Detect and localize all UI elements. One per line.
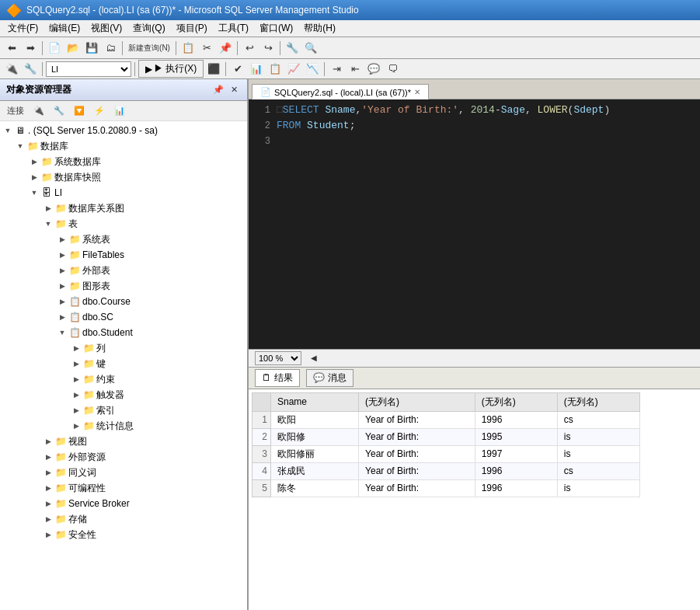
expand-tables[interactable]: ▼: [42, 218, 54, 230]
toolbar-redo-btn[interactable]: ↪: [259, 40, 277, 57]
menu-query[interactable]: 查询(Q): [128, 20, 169, 37]
tree-system-db[interactable]: ▶ 📁 系统数据库: [0, 154, 247, 169]
expand-keys[interactable]: ▶: [70, 357, 82, 370]
tree-filetables[interactable]: ▶ 📁 FileTables: [0, 247, 247, 263]
toolbar-connect-btn[interactable]: 🔌: [3, 61, 20, 78]
expand-storage[interactable]: ▶: [42, 513, 54, 525]
tree-servicebroker[interactable]: ▶ 📁 Service Broker: [0, 496, 247, 511]
expand-triggers[interactable]: ▶: [70, 389, 82, 401]
zoom-selector[interactable]: 100 %: [255, 351, 301, 365]
tree-server[interactable]: ▼ 🖥 . (SQL Server 15.0.2080.9 - sa): [0, 123, 247, 138]
toolbar-filter-btn[interactable]: 🔧: [22, 61, 39, 78]
tab-close-btn[interactable]: ✕: [414, 88, 420, 96]
tree-storage[interactable]: ▶ 📁 存储: [0, 511, 247, 527]
expand-course[interactable]: ▶: [56, 295, 68, 308]
pin-btn[interactable]: 📌: [211, 83, 225, 97]
activity-btn[interactable]: ⚡: [90, 103, 109, 118]
tree-indexes[interactable]: ▶ 📁 索引: [0, 403, 247, 418]
stop-btn[interactable]: ⬛: [205, 61, 222, 78]
expand-filetables[interactable]: ▶: [56, 249, 68, 261]
comment-btn[interactable]: 💬: [365, 61, 382, 78]
tree-columns[interactable]: ▶ 📁 列: [0, 340, 247, 356]
tree-systables[interactable]: ▶ 📁 系统表: [0, 232, 247, 247]
sql-tab[interactable]: 📄 SQLQuery2.sql - (local).LI (sa (67))* …: [252, 84, 429, 99]
tree-sc[interactable]: ▶ 📋 dbo.SC: [0, 309, 247, 325]
tree-constraints[interactable]: ▶ 📁 约束: [0, 371, 247, 387]
tree-triggers[interactable]: ▶ 📁 触发器: [0, 387, 247, 403]
toolbar-copy-btn[interactable]: 📋: [179, 40, 197, 57]
expand-sec[interactable]: ▶: [42, 528, 54, 541]
showplan-btn[interactable]: 📊: [248, 61, 265, 78]
expand-prog[interactable]: ▶: [42, 482, 54, 494]
refresh-btn[interactable]: 🔧: [50, 103, 68, 118]
expand-views[interactable]: ▶: [42, 435, 54, 448]
menu-view[interactable]: 视图(V): [86, 20, 127, 37]
tree-dbdiagram[interactable]: ▶ 📁 数据库关系图: [0, 200, 247, 216]
expand-li[interactable]: ▼: [28, 186, 40, 199]
tree-student[interactable]: ▼ 📋 dbo.Student: [0, 325, 247, 340]
menu-file[interactable]: 文件(F): [3, 20, 43, 37]
close-panel-btn[interactable]: ✕: [227, 83, 241, 97]
expand-idx[interactable]: ▶: [70, 404, 82, 417]
expand-sc[interactable]: ▶: [56, 311, 68, 323]
expand-diagram[interactable]: ▶: [42, 202, 54, 214]
tree-li-db[interactable]: ▼ 🗄 LI: [0, 185, 247, 200]
tree-dbsnapshot[interactable]: ▶ 📁 数据库快照: [0, 169, 247, 185]
expand-cols[interactable]: ▶: [70, 342, 82, 354]
connect-btn[interactable]: 连接: [3, 103, 28, 119]
outdent-btn[interactable]: ⇤: [347, 61, 364, 78]
tree-course[interactable]: ▶ 📋 dbo.Course: [0, 294, 247, 309]
menu-edit[interactable]: 编辑(E): [44, 20, 85, 37]
toolbar-forward-btn[interactable]: ➡: [22, 40, 39, 57]
tree-synonyms[interactable]: ▶ 📁 同义词: [0, 465, 247, 480]
toolbar-save-btn[interactable]: 💾: [83, 40, 100, 57]
toolbar-open-btn[interactable]: 📂: [64, 40, 82, 57]
toolbar-undo-btn[interactable]: ↩: [241, 40, 258, 57]
database-selector[interactable]: LI: [46, 61, 131, 77]
parse-btn[interactable]: ✔: [229, 61, 246, 78]
expand-databases[interactable]: ▼: [14, 140, 26, 152]
expand-syn[interactable]: ▶: [42, 466, 54, 479]
tree-databases[interactable]: ▼ 📁 数据库: [0, 138, 247, 154]
tree-keys[interactable]: ▶ 📁 键: [0, 356, 247, 371]
toolbar-newquery-btn[interactable]: 新建查询(N): [126, 40, 172, 57]
tree-programmability[interactable]: ▶ 📁 可编程性: [0, 480, 247, 496]
indent-btn[interactable]: ⇥: [328, 61, 345, 78]
expand-sb[interactable]: ▶: [42, 497, 54, 510]
disconnect-btn[interactable]: 🔌: [30, 103, 48, 118]
tree-graphtables[interactable]: ▶ 📁 图形表: [0, 278, 247, 294]
expand-systables[interactable]: ▶: [56, 233, 68, 246]
tree-externaltables[interactable]: ▶ 📁 外部表: [0, 263, 247, 278]
expand-student[interactable]: ▼: [56, 326, 68, 339]
sql-editor[interactable]: 1 □SELECT Sname,'Year of Birth:', 2014-S…: [249, 99, 700, 349]
tree-extresources[interactable]: ▶ 📁 外部资源: [0, 449, 247, 465]
expand-graph[interactable]: ▶: [56, 280, 68, 292]
menu-project[interactable]: 项目(P): [172, 20, 212, 37]
menu-help[interactable]: 帮助(H): [299, 20, 340, 37]
tree-stats[interactable]: ▶ 📁 统计信息: [0, 418, 247, 434]
filter-btn[interactable]: 🔽: [70, 103, 89, 118]
scroll-left-btn[interactable]: ◀: [308, 350, 320, 367]
menu-window[interactable]: 窗口(W): [255, 20, 298, 37]
toolbar-paste-btn[interactable]: 📌: [217, 40, 234, 57]
report-btn[interactable]: 📊: [110, 103, 129, 118]
expand-sysdb[interactable]: ▶: [28, 155, 40, 168]
tree-views[interactable]: ▶ 📁 视图: [0, 434, 247, 449]
execute-button[interactable]: ▶ ▶ 执行(X): [138, 60, 204, 78]
expand-server[interactable]: ▼: [2, 124, 14, 137]
expand-snapshot[interactable]: ▶: [28, 171, 40, 183]
toolbar-cut-btn[interactable]: ✂: [198, 40, 215, 57]
toolbar-saveall-btn[interactable]: 🗂: [102, 40, 119, 57]
tree-tables[interactable]: ▼ 📁 表: [0, 216, 247, 232]
actualplan-btn[interactable]: 📈: [285, 61, 302, 78]
toolbar-new-btn[interactable]: 📄: [46, 40, 63, 57]
expand-ext[interactable]: ▶: [56, 264, 68, 277]
tree-security[interactable]: ▶ 📁 安全性: [0, 527, 247, 542]
toolbar-zoom-btn[interactable]: 🔍: [302, 40, 319, 57]
expand-stats[interactable]: ▶: [70, 420, 82, 432]
results-btn[interactable]: 📋: [266, 61, 284, 78]
menu-tools[interactable]: 工具(T): [214, 20, 253, 37]
messages-tab[interactable]: 💬 消息: [306, 369, 353, 387]
expand-constr[interactable]: ▶: [70, 373, 82, 385]
toolbar-debug-btn[interactable]: 🔧: [284, 40, 301, 57]
